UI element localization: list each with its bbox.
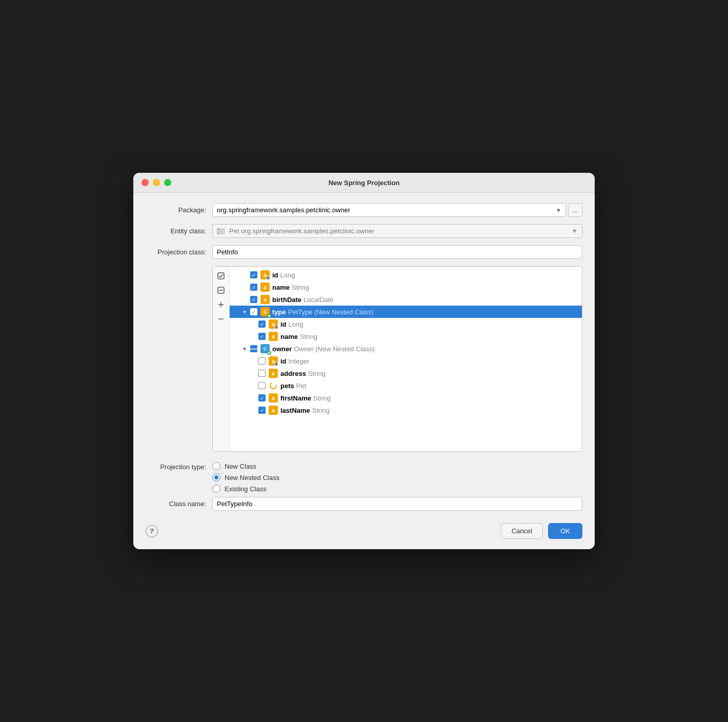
field-name-owner-address: address: [280, 370, 306, 377]
entity-class-dropdown[interactable]: Pet org.springframework.samples.petclini…: [212, 224, 582, 238]
field-type-type-name: String: [300, 333, 317, 340]
close-button[interactable]: [141, 179, 149, 186]
field-type-owner-id: Integer: [289, 357, 309, 365]
tree-items-container: ✓ a id Long ✓ a name String: [230, 267, 582, 451]
collapse-button[interactable]: [215, 313, 227, 325]
field-name-type-name: name: [280, 333, 298, 340]
field-name-owner-firstname: firstName: [280, 394, 311, 402]
tree-item-type-id[interactable]: ✓ a id Long: [230, 318, 582, 330]
expander-type-pettype: ▼: [242, 309, 250, 315]
icon-owner-lastname: a: [269, 406, 278, 415]
svg-rect-6: [218, 273, 224, 279]
checkbox-name-string[interactable]: ✓: [250, 284, 257, 291]
tree-item-owner-lastname[interactable]: ✓ a lastName String: [230, 404, 582, 416]
uncheck-all-button[interactable]: [215, 284, 227, 296]
tree-item-owner[interactable]: ▼ — C owner Owner (New Nested Class): [230, 343, 582, 355]
class-name-row: Class name: PetTypeInfo: [146, 497, 582, 511]
tree-item-id-long[interactable]: ✓ a id Long: [230, 269, 582, 281]
package-row: Package: org.springframework.samples.pet…: [146, 203, 582, 217]
field-type-name-string: String: [292, 284, 309, 291]
projection-class-input[interactable]: PetInfo: [212, 245, 582, 259]
checkbox-owner-lastname[interactable]: ✓: [258, 407, 266, 414]
checkbox-type-pettype[interactable]: ✓: [250, 308, 257, 315]
tree-item-owner-address[interactable]: a address String: [230, 367, 582, 379]
field-type-id-long: Long: [280, 271, 295, 279]
maximize-button[interactable]: [164, 179, 171, 186]
field-name-name-string: name: [272, 284, 290, 291]
class-name-input[interactable]: PetTypeInfo: [212, 497, 582, 511]
help-button[interactable]: ?: [146, 525, 158, 537]
checkbox-owner-pets[interactable]: [258, 382, 266, 389]
ok-button[interactable]: OK: [548, 523, 582, 539]
check-all-button[interactable]: [215, 270, 227, 282]
entity-icon: Pet org.springframework.samples.petclini…: [217, 227, 374, 235]
field-name-type-pettype: type: [272, 308, 286, 316]
class-name-label: Class name:: [146, 500, 212, 508]
radio-new-class[interactable]: New Class: [212, 462, 279, 470]
checkbox-owner-id[interactable]: [258, 357, 266, 365]
icon-id-long: a: [260, 270, 270, 279]
browse-button[interactable]: ...: [568, 203, 582, 217]
icon-owner-firstname: a: [269, 393, 278, 403]
cancel-button[interactable]: Cancel: [501, 523, 543, 539]
radio-new-nested-class-label: New Nested Class: [225, 474, 279, 482]
tree-item-type-pettype[interactable]: ▼ ✓ C type PetType (New Nested Class): [230, 306, 582, 318]
field-type-birthdate: LocalDate: [304, 296, 334, 304]
checkbox-birthdate[interactable]: ✓: [250, 296, 257, 303]
tree-item-birthdate[interactable]: ✓ a birthDate LocalDate: [230, 293, 582, 306]
entity-class-row: Entity class: Pet org.springframework.sa…: [146, 224, 582, 238]
tree-item-owner-id[interactable]: a id Integer: [230, 355, 582, 367]
icon-type-name: a: [269, 332, 278, 341]
icon-owner-pets: [269, 381, 278, 390]
checkbox-owner[interactable]: —: [250, 345, 257, 352]
icon-owner: C: [260, 344, 270, 353]
radio-existing-class-indicator: [212, 485, 220, 493]
radio-new-nested-class-indicator: [212, 473, 220, 482]
projection-type-label: Projection type:: [146, 462, 212, 471]
checkbox-id-long[interactable]: ✓: [250, 271, 257, 278]
radio-existing-class[interactable]: Existing Class: [212, 485, 279, 493]
entity-value: Pet org.springframework.samples.petclini…: [229, 227, 374, 235]
entity-class-label: Entity class:: [146, 227, 212, 235]
tree-item-owner-pets[interactable]: pets Pet: [230, 379, 582, 392]
dialog-title: New Spring Projection: [329, 179, 400, 187]
radio-dot: [214, 475, 218, 479]
field-type-owner-pets: Pet: [296, 382, 307, 390]
radio-existing-class-label: Existing Class: [225, 485, 267, 493]
button-group: Cancel OK: [501, 523, 582, 539]
checkbox-owner-address[interactable]: [258, 370, 266, 377]
field-name-type-id: id: [280, 320, 287, 328]
icon-type-id: a: [269, 319, 278, 329]
radio-new-class-indicator: [212, 462, 220, 470]
tree-item-owner-firstname[interactable]: ✓ a firstName String: [230, 392, 582, 404]
tree-item-name-string[interactable]: ✓ a name String: [230, 281, 582, 293]
icon-owner-address: a: [269, 369, 278, 378]
projection-class-row: Projection class: PetInfo: [146, 245, 582, 259]
package-dropdown[interactable]: org.springframework.samples.petclinic.ow…: [212, 203, 566, 217]
field-name-owner: owner: [272, 345, 292, 353]
checkbox-owner-firstname[interactable]: ✓: [258, 394, 266, 402]
field-type-owner-firstname: String: [313, 394, 331, 402]
checkbox-type-id[interactable]: ✓: [258, 320, 266, 328]
field-type-owner: Owner (New Nested Class): [294, 345, 375, 353]
entity-chevron-icon: ▼: [571, 227, 578, 235]
tree-item-type-name[interactable]: ✓ a name String: [230, 330, 582, 343]
field-name-owner-id: id: [280, 357, 287, 365]
checkbox-type-name[interactable]: ✓: [258, 333, 266, 340]
field-type-type-pettype: PetType (New Nested Class): [288, 308, 374, 316]
radio-new-class-label: New Class: [225, 463, 256, 470]
projection-class-label: Projection class:: [146, 248, 212, 256]
icon-name-string: a: [260, 283, 270, 292]
tree-section: ✓ a id Long ✓ a name String: [212, 266, 582, 452]
icon-birthdate: a: [260, 295, 270, 304]
field-name-owner-lastname: lastName: [280, 407, 310, 414]
icon-owner-id: a: [269, 356, 278, 366]
expand-button[interactable]: [215, 298, 227, 311]
dialog-content: Package: org.springframework.samples.pet…: [133, 193, 595, 549]
title-bar: New Spring Projection: [133, 173, 595, 193]
minimize-button[interactable]: [153, 179, 160, 186]
radio-new-nested-class[interactable]: New Nested Class: [212, 473, 279, 482]
bottom-row: ? Cancel OK: [146, 518, 582, 539]
package-chevron-icon: ▼: [556, 207, 561, 213]
field-type-owner-address: String: [308, 370, 326, 377]
